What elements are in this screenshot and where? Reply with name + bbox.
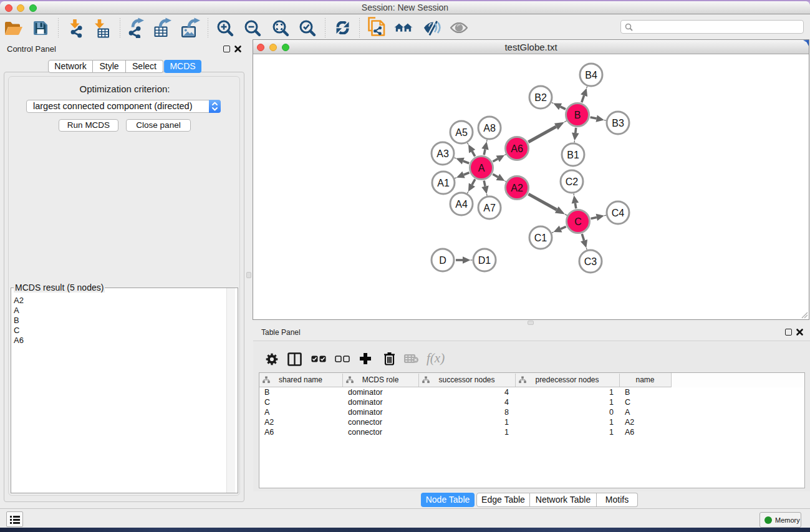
svg-text:A3: A3 xyxy=(436,148,449,159)
svg-text:A6: A6 xyxy=(511,143,523,154)
svg-text:A5: A5 xyxy=(455,127,468,138)
svg-text:C: C xyxy=(574,216,582,227)
svg-text:D: D xyxy=(439,255,446,266)
svg-text:B3: B3 xyxy=(612,118,624,128)
svg-text:C4: C4 xyxy=(612,208,625,218)
svg-text:B1: B1 xyxy=(567,150,579,160)
svg-text:C2: C2 xyxy=(566,177,579,187)
svg-text:B: B xyxy=(574,110,581,120)
svg-text:A8: A8 xyxy=(483,123,496,133)
svg-text:A1: A1 xyxy=(437,178,450,188)
svg-text:B2: B2 xyxy=(534,92,547,103)
svg-text:A: A xyxy=(478,163,485,173)
svg-text:A7: A7 xyxy=(483,203,496,213)
svg-text:C3: C3 xyxy=(584,256,597,267)
svg-text:B4: B4 xyxy=(585,70,597,80)
svg-text:D1: D1 xyxy=(478,255,491,266)
svg-text:A4: A4 xyxy=(455,199,468,210)
svg-text:A2: A2 xyxy=(511,183,523,193)
svg-text:C1: C1 xyxy=(534,233,547,243)
